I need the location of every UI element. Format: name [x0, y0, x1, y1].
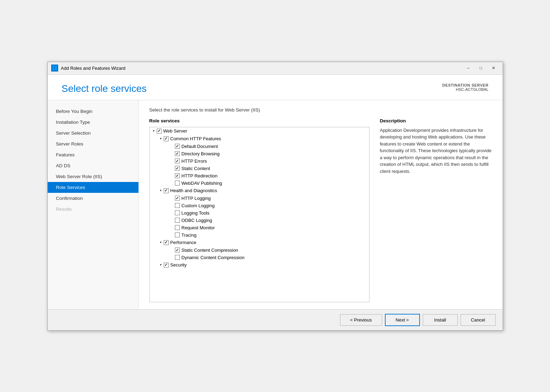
tree-checkbox[interactable] [175, 203, 180, 208]
minimize-button[interactable]: – [463, 64, 474, 72]
tree-item-label: Dynamic Content Compression [182, 255, 245, 260]
tree-item[interactable]: WebDAV Publishing [150, 180, 369, 187]
tree-item-label: Web Server [163, 128, 187, 134]
tree-item[interactable]: Logging Tools [150, 209, 369, 217]
svg-rect-2 [53, 68, 54, 70]
sidebar-item-confirmation[interactable]: Confirmation [48, 193, 138, 204]
tree-checkbox[interactable] [175, 225, 180, 230]
maximize-button[interactable]: □ [475, 64, 487, 72]
tree-toggle-icon[interactable]: ▼ [158, 188, 164, 194]
tree-item-label: Static Content [182, 166, 210, 171]
tree-checkbox[interactable] [175, 196, 180, 201]
tree-item-label: Health and Diagnostics [170, 188, 217, 193]
description-column: Description Application Development prov… [380, 118, 492, 302]
intro-text: Select the role services to install for … [149, 107, 492, 113]
previous-button[interactable]: < Previous [340, 314, 382, 326]
tree-checkbox[interactable] [175, 218, 180, 223]
window-controls: – □ ✕ [463, 64, 499, 72]
sidebar: Before You BeginInstallation TypeServer … [48, 100, 139, 309]
main-panel: Select the role services to install for … [139, 100, 503, 309]
tree-checkbox[interactable] [164, 188, 169, 193]
header-area: Select role services DESTINATION SERVER … [48, 75, 503, 100]
svg-rect-3 [55, 68, 57, 70]
window-title: Add Roles and Features Wizard [61, 66, 463, 71]
sidebar-item-role-services[interactable]: Role Services [48, 182, 138, 193]
tree-checkbox[interactable] [175, 255, 180, 260]
description-text: Application Development provides infrast… [380, 127, 492, 175]
role-services-header: Role services [149, 118, 369, 123]
tree-toggle-icon[interactable]: ▼ [158, 136, 164, 142]
svg-rect-0 [53, 66, 54, 68]
tree-checkbox[interactable] [175, 173, 180, 178]
role-services-column: Role services ▼Web Server▼Common HTTP Fe… [149, 118, 369, 302]
tree-checkbox[interactable] [175, 232, 180, 237]
tree-item-label: Request Monitor [182, 225, 215, 230]
tree-item[interactable]: ▼Health and Diagnostics [150, 187, 369, 195]
role-services-tree[interactable]: ▼Web Server▼Common HTTP FeaturesDefault … [149, 127, 369, 302]
tree-checkbox[interactable] [164, 136, 169, 141]
tree-item-label: HTTP Redirection [182, 173, 218, 178]
tree-item[interactable]: Static Content [150, 165, 369, 172]
close-button[interactable]: ✕ [488, 64, 499, 72]
tree-item[interactable]: Request Monitor [150, 224, 369, 231]
tree-item[interactable]: HTTP Logging [150, 195, 369, 202]
tree-item-label: Static Content Compression [182, 248, 238, 253]
install-button[interactable]: Install [423, 314, 458, 326]
sidebar-item-server-roles[interactable]: Server Roles [48, 138, 138, 149]
tree-item[interactable]: Directory Browsing [150, 150, 369, 157]
tree-checkbox[interactable] [175, 144, 180, 149]
sidebar-item-server-selection[interactable]: Server Selection [48, 128, 138, 138]
tree-toggle-icon[interactable]: ▼ [158, 262, 164, 268]
tree-item-label: Tracing [182, 232, 197, 238]
tree-item[interactable]: Custom Logging [150, 202, 369, 209]
tree-item[interactable]: ▼Security [150, 261, 369, 269]
tree-item[interactable]: HTTP Errors [150, 157, 369, 165]
title-bar: Add Roles and Features Wizard – □ ✕ [48, 62, 503, 75]
tree-item[interactable]: ▼Common HTTP Features [150, 135, 369, 143]
tree-checkbox[interactable] [157, 129, 162, 134]
tree-item[interactable]: Dynamic Content Compression [150, 254, 369, 261]
tree-item[interactable]: ODBC Logging [150, 217, 369, 224]
tree-item[interactable]: Static Content Compression [150, 246, 369, 254]
sidebar-item-web-server-role-(iis)[interactable]: Web Server Role (IIS) [48, 171, 138, 182]
tree-item-label: WebDAV Publishing [182, 181, 222, 186]
tree-item-label: Logging Tools [182, 210, 210, 216]
tree-toggle-icon[interactable]: ▼ [158, 240, 164, 245]
tree-item-label: Custom Logging [182, 203, 215, 208]
two-col-layout: Role services ▼Web Server▼Common HTTP Fe… [149, 118, 492, 302]
sidebar-item-before-you-begin[interactable]: Before You Begin [48, 106, 138, 117]
tree-checkbox[interactable] [164, 240, 169, 245]
tree-checkbox[interactable] [175, 166, 180, 171]
tree-toggle-icon[interactable]: ▼ [151, 128, 157, 134]
tree-checkbox[interactable] [175, 158, 180, 163]
description-header: Description [380, 118, 492, 123]
tree-checkbox[interactable] [175, 248, 180, 252]
tree-checkbox[interactable] [175, 151, 180, 156]
footer: < Previous Next > Install Cancel [48, 309, 503, 330]
server-name: HSC-ACTGLOBAL [442, 87, 489, 92]
tree-checkbox[interactable] [175, 210, 180, 215]
cancel-button[interactable]: Cancel [461, 314, 496, 326]
sidebar-item-features[interactable]: Features [48, 149, 138, 160]
tree-item[interactable]: Default Document [150, 143, 369, 150]
destination-server: DESTINATION SERVER HSC-ACTGLOBAL [442, 83, 489, 92]
tree-item-label: Common HTTP Features [170, 136, 221, 141]
tree-checkbox[interactable] [164, 263, 169, 268]
tree-item[interactable]: HTTP Redirection [150, 172, 369, 180]
next-button[interactable]: Next > [385, 314, 420, 326]
tree-checkbox[interactable] [175, 181, 180, 185]
tree-item-label: Security [170, 262, 187, 268]
tree-item[interactable]: Tracing [150, 231, 369, 239]
wizard-window: Add Roles and Features Wizard – □ ✕ Sele… [47, 62, 503, 331]
tree-item[interactable]: ▼Performance [150, 239, 369, 246]
content-area: Before You BeginInstallation TypeServer … [48, 100, 503, 309]
tree-item-label: Performance [170, 240, 196, 245]
sidebar-item-ad-ds[interactable]: AD DS [48, 160, 138, 171]
svg-rect-1 [55, 66, 57, 68]
destination-label: DESTINATION SERVER [442, 83, 489, 87]
app-icon [51, 65, 58, 72]
tree-item-label: Directory Browsing [182, 151, 220, 156]
sidebar-item-installation-type[interactable]: Installation Type [48, 117, 138, 128]
page-title: Select role services [62, 83, 147, 94]
tree-item[interactable]: ▼Web Server [150, 127, 369, 135]
